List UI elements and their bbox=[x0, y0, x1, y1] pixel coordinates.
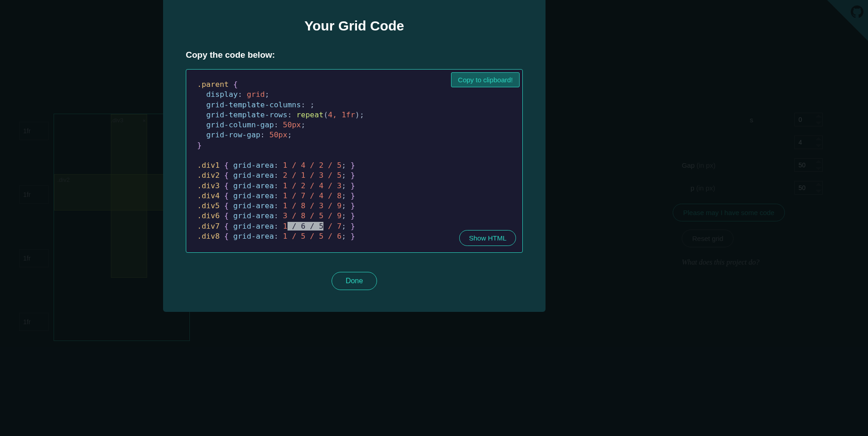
code-modal: Your Grid Code Copy the code below: Copy… bbox=[163, 0, 546, 312]
done-button[interactable]: Done bbox=[332, 272, 377, 290]
show-html-button[interactable]: Show HTML bbox=[459, 230, 516, 246]
modal-title: Your Grid Code bbox=[186, 18, 523, 34]
code-block[interactable]: Copy to clipboard!.parent { display: gri… bbox=[186, 69, 523, 253]
modal-subtitle: Copy the code below: bbox=[186, 50, 523, 60]
copy-button[interactable]: Copy to clipboard! bbox=[451, 72, 520, 87]
